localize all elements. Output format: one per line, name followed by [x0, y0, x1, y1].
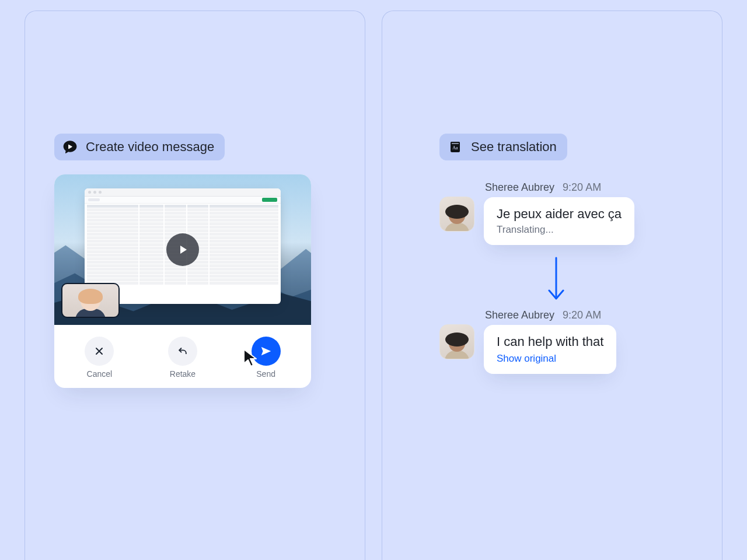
retake-label: Retake: [170, 369, 196, 379]
pill-label: See translation: [471, 139, 557, 155]
message-text: I can help with that: [497, 334, 603, 349]
avatar: [439, 324, 474, 359]
translation-example: Sheree Aubrey 9:20 AM Je peux aider avec…: [439, 181, 673, 374]
video-preview-area[interactable]: [54, 174, 311, 325]
panel-create-video: Create video message: [25, 10, 365, 560]
svg-text:Aa: Aa: [452, 145, 458, 150]
message-time: 9:20 AM: [563, 181, 601, 194]
document-toolbar: [85, 197, 281, 204]
send-label: Send: [256, 369, 275, 379]
message-bubble: Je peux aider avec ça Translating...: [484, 197, 634, 245]
translating-status: Translating...: [497, 224, 622, 236]
video-message-card: Cancel Retake Send: [54, 174, 311, 388]
video-bubble-icon: [62, 139, 78, 155]
panel-see-translation: Aa See translation Sheree Aubre: [382, 10, 722, 560]
message-time: 9:20 AM: [563, 309, 601, 321]
message-text: Je peux aider avec ça: [497, 206, 622, 222]
feature-pill-translation: Aa See translation: [439, 134, 567, 160]
message-bubble: I can help with that Show original: [484, 325, 616, 374]
send-icon: [260, 345, 273, 358]
feature-pill-create-video: Create video message: [54, 134, 225, 160]
message-header: Sheree Aubrey 9:20 AM: [484, 309, 673, 321]
cancel-button[interactable]: [85, 337, 114, 366]
arrow-down-icon: [546, 256, 567, 303]
message-header: Sheree Aubrey 9:20 AM: [484, 181, 673, 194]
retake-button[interactable]: [168, 337, 197, 366]
send-button[interactable]: [252, 337, 281, 366]
self-camera-thumbnail: [61, 283, 120, 318]
author-name: Sheree Aubrey: [485, 309, 554, 321]
undo-icon: [177, 345, 189, 357]
avatar: [439, 197, 474, 232]
pill-label: Create video message: [86, 139, 214, 155]
video-actions-bar: Cancel Retake Send: [54, 325, 311, 388]
show-original-link[interactable]: Show original: [497, 353, 603, 365]
window-titlebar: [85, 188, 281, 197]
dictionary-icon: Aa: [448, 139, 463, 155]
close-icon: [93, 345, 105, 357]
chat-message-original: Sheree Aubrey 9:20 AM Je peux aider avec…: [439, 181, 673, 245]
author-name: Sheree Aubrey: [485, 181, 554, 194]
cancel-label: Cancel: [87, 369, 113, 379]
chat-message-translated: Sheree Aubrey 9:20 AM I can help with th…: [439, 309, 673, 374]
play-icon[interactable]: [166, 233, 199, 266]
share-button-icon: [262, 198, 277, 202]
